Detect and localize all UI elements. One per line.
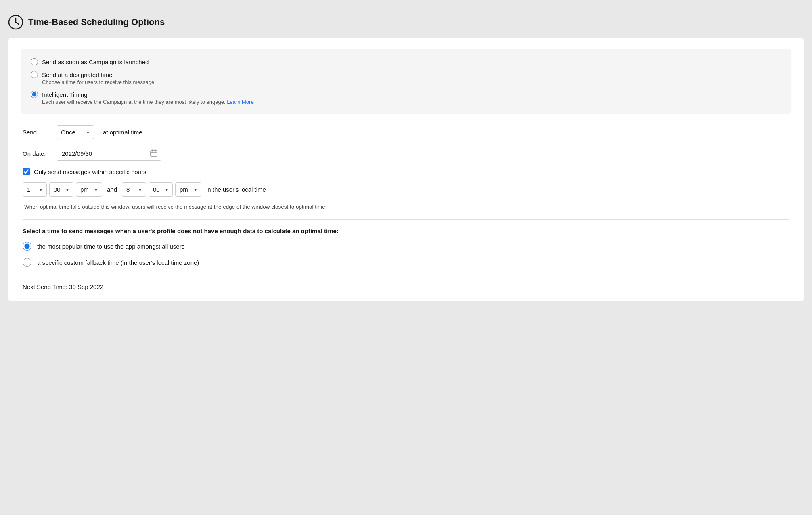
radio-send-designated[interactable] [31, 71, 38, 78]
end-hour-select[interactable]: 1234 5678 9101112 [122, 182, 146, 197]
fallback-radio-custom[interactable] [23, 258, 31, 267]
date-row: On date: [23, 147, 789, 161]
radio-item-designated: Send at a designated time Choose a time … [31, 71, 781, 85]
specific-hours-row: Only send messages within specific hours [23, 168, 789, 175]
send-row: Send Once Daily Weekly Monthly at optima… [23, 125, 789, 139]
svg-line-2 [16, 22, 19, 24]
specific-hours-label: Only send messages within specific hours [34, 168, 146, 175]
radio-intelligent-label: Intelligent Timing [42, 91, 88, 98]
start-min-select[interactable]: 00153045 [49, 182, 73, 197]
next-send-row: Next Send Time: 30 Sep 2022 [23, 283, 789, 290]
start-ampm-wrapper: ampm [76, 182, 102, 197]
start-hour-wrapper: 1234 5678 9101112 [23, 182, 47, 197]
date-label: On date: [23, 150, 51, 157]
radio-send-designated-sub: Choose a time for users to receive this … [42, 79, 781, 85]
next-send-label: Next Send Time: [23, 283, 67, 290]
fallback-radio-item-popular: the most popular time to use the app amo… [23, 242, 789, 251]
divider-2 [23, 275, 789, 275]
end-ampm-wrapper: ampm [175, 182, 201, 197]
and-text: and [107, 186, 117, 193]
date-input-wrapper [57, 147, 161, 161]
learn-more-link[interactable]: Learn More [227, 99, 253, 105]
start-hour-select[interactable]: 1234 5678 9101112 [23, 182, 47, 197]
radio-intelligent-timing[interactable] [31, 91, 38, 98]
fallback-radio-item-custom: a specific custom fallback time (in the … [23, 258, 789, 267]
divider-1 [23, 219, 789, 220]
radio-item-launched: Send as soon as Campaign is launched [31, 58, 781, 65]
date-input[interactable] [57, 147, 161, 161]
end-min-select[interactable]: 00153045 [149, 182, 173, 197]
page-header: Time-Based Scheduling Options [8, 8, 804, 38]
fallback-radio-group: the most popular time to use the app amo… [23, 242, 789, 267]
timing-options-group: Send as soon as Campaign is launched Sen… [21, 49, 791, 114]
radio-send-launched-label: Send as soon as Campaign is launched [42, 59, 149, 65]
local-time-label: in the user's local time [206, 186, 266, 193]
fallback-radio-popular-label: the most popular time to use the app amo… [37, 243, 184, 250]
end-min-wrapper: 00153045 [149, 182, 173, 197]
frequency-select-wrapper: Once Daily Weekly Monthly [57, 125, 94, 139]
frequency-select[interactable]: Once Daily Weekly Monthly [57, 125, 94, 139]
fallback-section: Select a time to send messages when a us… [23, 228, 789, 267]
radio-item-intelligent: Intelligent Timing Each user will receiv… [31, 91, 781, 105]
radio-intelligent-sub: Each user will receive the Campaign at t… [42, 99, 781, 105]
start-min-wrapper: 00153045 [49, 182, 73, 197]
next-send-value: 30 Sep 2022 [69, 283, 103, 290]
fallback-radio-custom-label: a specific custom fallback time (in the … [37, 259, 199, 266]
clock-icon [8, 15, 23, 30]
page-title: Time-Based Scheduling Options [28, 17, 165, 27]
window-note: When optimal time falls outside this win… [23, 203, 789, 211]
start-ampm-select[interactable]: ampm [76, 182, 102, 197]
end-hour-wrapper: 1234 5678 9101112 [122, 182, 146, 197]
fallback-radio-popular[interactable] [23, 242, 31, 251]
form-section: Send Once Daily Weekly Monthly at optima… [21, 125, 791, 290]
fallback-title: Select a time to send messages when a us… [23, 228, 789, 234]
scheduling-card: Send as soon as Campaign is launched Sen… [8, 38, 804, 301]
at-optimal-label: at optimal time [103, 129, 142, 136]
time-range-row: 1234 5678 9101112 00153045 ampm and [23, 182, 789, 197]
send-label: Send [23, 129, 51, 136]
radio-send-designated-label: Send at a designated time [42, 71, 112, 78]
specific-hours-checkbox[interactable] [23, 168, 30, 175]
radio-send-launched[interactable] [31, 58, 38, 65]
end-ampm-select[interactable]: ampm [175, 182, 201, 197]
